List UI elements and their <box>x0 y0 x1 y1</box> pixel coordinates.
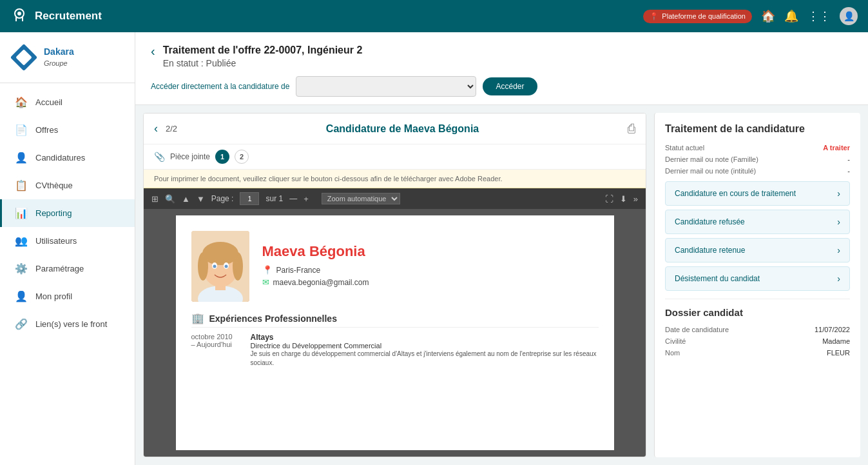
sidebar-label-profil: Mon profil <box>35 292 72 301</box>
statut-value: A traiter <box>823 144 850 152</box>
action-refusee[interactable]: Candidature refusée › <box>665 210 850 234</box>
candidature-title: Candidature de Maeva Bégonia <box>185 123 620 135</box>
zoom-out-icon[interactable]: + <box>304 194 309 204</box>
cv-top-section: Maeva Bégonia 📍 Paris-France ✉ maeva.beg… <box>191 231 599 302</box>
panel-divider <box>665 299 850 299</box>
statut-label: Statut actuel <box>665 144 704 152</box>
back-button[interactable]: ‹ <box>151 44 155 59</box>
zoom-select[interactable]: Zoom automatique <box>322 193 400 204</box>
page-count: 2/2 <box>166 124 177 134</box>
logo-text-block: Dakara Groupe <box>44 46 74 68</box>
home-icon: 🏠 <box>15 96 28 108</box>
sidebar-navigation: 🏠 Accueil 📄 Offres 👤 Candidatures 📋 CVth… <box>0 83 135 465</box>
mail-intitule-row: Dernier mail ou note (intitulé) - <box>665 167 850 175</box>
user-avatar[interactable]: 👤 <box>840 7 858 25</box>
date-label: Date de candidature <box>665 326 729 333</box>
grid-icon[interactable]: ⋮⋮ <box>807 9 831 23</box>
sidebar-logo: Dakara Groupe <box>0 32 135 83</box>
profil-icon: 👤 <box>15 290 28 302</box>
cv-location-row: 📍 Paris-France <box>262 265 369 275</box>
sidebar-item-offres[interactable]: 📄 Offres <box>0 116 135 144</box>
sidebar-label-reporting: Reporting <box>35 208 72 218</box>
cvtheque-icon: 📋 <box>15 179 28 192</box>
sidebar-label-cvtheque: CVthèque <box>35 181 73 190</box>
attachment-row: 📎 Pièce jointe 1 2 <box>144 144 646 170</box>
svg-point-9 <box>198 252 208 281</box>
action-en-cours[interactable]: Candidature en cours de traitement › <box>665 181 850 206</box>
chevron-icon-3: › <box>837 245 840 255</box>
main-content: ‹ Traitement de l'offre 22-0007, Ingénie… <box>135 32 868 465</box>
page-badge-1[interactable]: 1 <box>215 150 229 164</box>
access-button[interactable]: Accéder <box>483 77 537 95</box>
sidebar-label-candidatures: Candidatures <box>35 153 85 163</box>
page-title: Traitement de l'offre 22-0007, Ingénieur… <box>163 43 363 58</box>
top-navigation: Recrutement 📍 Plateforme de qualificatio… <box>0 0 868 32</box>
pdf-more-icon[interactable]: » <box>633 194 638 204</box>
access-label: Accéder directement à la candidature de <box>151 82 289 91</box>
sidebar: Dakara Groupe 🏠 Accueil 📄 Offres 👤 Candi… <box>0 32 135 465</box>
svg-point-3 <box>17 12 21 15</box>
topnav-title: Recrutement <box>35 10 102 23</box>
utilisateurs-icon: 👥 <box>15 235 28 247</box>
location-icon: 📍 <box>650 12 659 21</box>
pdf-fullscreen-icon[interactable]: ⛶ <box>605 194 613 204</box>
action-buttons: Candidature en cours de traitement › Can… <box>665 181 850 291</box>
candidature-select[interactable] <box>296 76 476 97</box>
sidebar-item-utilisateurs[interactable]: 👥 Utilisateurs <box>0 227 135 255</box>
back-title-row: ‹ Traitement de l'offre 22-0007, Ingénie… <box>151 43 853 68</box>
cv-location-icon: 📍 <box>262 265 273 275</box>
date-row: Date de candidature 11/07/2022 <box>665 326 850 333</box>
topnav-logo-icon <box>10 7 28 25</box>
pdf-search-icon[interactable]: 🔍 <box>165 194 175 204</box>
pdf-prev-page-icon[interactable]: ▲ <box>182 194 190 204</box>
offres-icon: 📄 <box>15 124 28 136</box>
sidebar-item-liens[interactable]: 🔗 Lien(s) vers le front <box>0 310 135 338</box>
statut-row: Statut actuel A traiter <box>665 144 850 152</box>
cv-location: Paris-France <box>276 266 321 275</box>
cv-exp-date: octobre 2010 – Aujourd'hui <box>191 333 243 368</box>
home-icon[interactable]: 🏠 <box>761 9 775 23</box>
liens-icon: 🔗 <box>15 318 28 330</box>
cv-exp-title: Directrice du Développement Commercial <box>251 342 599 350</box>
action-en-cours-label: Candidature en cours de traitement <box>675 189 796 198</box>
print-warning: Pour imprimer le document, veuillez cliq… <box>144 170 646 188</box>
pdf-next-page-icon[interactable]: ▼ <box>197 194 205 204</box>
sidebar-label-liens: Lien(s) vers le front <box>35 319 107 329</box>
mail-famille-row: Dernier mail ou note (Famille) - <box>665 155 850 163</box>
date-value: 11/07/2022 <box>815 326 850 333</box>
sidebar-item-cvtheque[interactable]: 📋 CVthèque <box>0 172 135 199</box>
civilite-label: Civilité <box>665 337 686 345</box>
mail-intitule-value: - <box>847 167 850 175</box>
cv-email-icon: ✉ <box>262 277 269 287</box>
reporting-icon: 📊 <box>15 207 28 219</box>
parametrage-icon: ⚙️ <box>15 262 28 275</box>
prev-candidature-button[interactable]: ‹ <box>154 122 158 135</box>
nom-value: FLEUR <box>827 349 850 357</box>
sidebar-item-accueil[interactable]: 🏠 Accueil <box>0 88 135 116</box>
sidebar-item-reporting[interactable]: 📊 Reporting <box>0 199 135 227</box>
cv-exp-1: octobre 2010 – Aujourd'hui Altays Direct… <box>191 333 599 368</box>
bell-icon[interactable]: 🔔 <box>784 9 798 23</box>
action-retenue[interactable]: Candidature retenue › <box>665 238 850 262</box>
mail-intitule-label: Dernier mail ou note (intitulé) <box>665 167 756 175</box>
sidebar-item-candidatures[interactable]: 👤 Candidatures <box>0 144 135 172</box>
sidebar-label-parametrage: Paramétrage <box>35 264 84 273</box>
action-refusee-label: Candidature refusée <box>675 217 745 226</box>
header-title-block: Traitement de l'offre 22-0007, Ingénieur… <box>163 43 363 68</box>
action-desistement[interactable]: Désistement du candidat › <box>665 266 850 291</box>
nom-label: Nom <box>665 349 680 357</box>
sidebar-item-parametrage[interactable]: ⚙️ Paramétrage <box>0 255 135 282</box>
pdf-page-input[interactable] <box>240 192 259 205</box>
candidature-area: ‹ 2/2 Candidature de Maeva Bégonia ⎙ 📎 P… <box>135 105 868 465</box>
cv-exp-details: Altays Directrice du Développement Comme… <box>251 333 599 368</box>
sidebar-label-offres: Offres <box>35 125 58 135</box>
pdf-download-icon[interactable]: ⎙ <box>628 121 635 136</box>
dossier-title: Dossier candidat <box>665 307 850 318</box>
building-icon: 🏢 <box>191 312 204 324</box>
sidebar-item-mon-profil[interactable]: 👤 Mon profil <box>0 282 135 310</box>
pdf-content: Maeva Bégonia 📍 Paris-France ✉ maeva.beg… <box>144 209 646 457</box>
cv-exp-desc: Je suis en charge du développement comme… <box>251 350 599 368</box>
pdf-download-toolbar-icon[interactable]: ⬇ <box>620 194 627 204</box>
page-badge-2[interactable]: 2 <box>235 150 249 164</box>
cv-name: Maeva Bégonia <box>262 243 369 260</box>
